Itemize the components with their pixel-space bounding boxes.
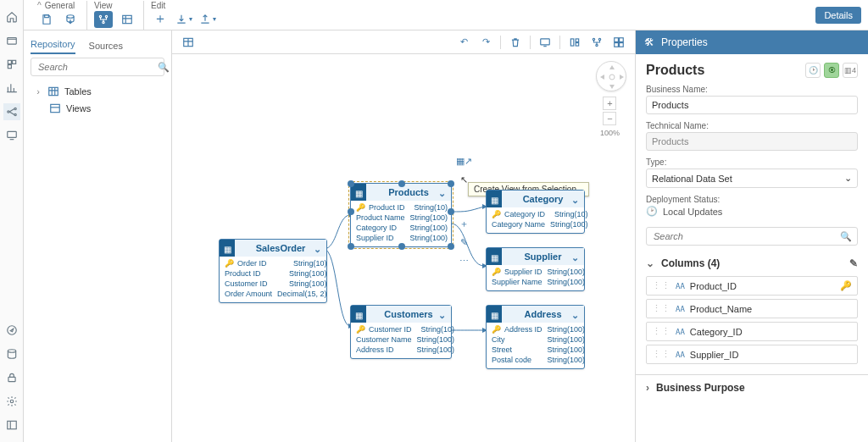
table-icon: ▦: [220, 240, 235, 257]
svg-rect-0: [7, 38, 16, 45]
chevron-down-icon[interactable]: ⌄: [571, 310, 579, 321]
drag-handle-icon[interactable]: ⋮⋮: [652, 303, 670, 314]
tab-repository[interactable]: Repository: [31, 39, 75, 54]
chevron-down-icon[interactable]: ⌄: [571, 252, 579, 263]
table-view-icon[interactable]: [118, 11, 136, 28]
drag-handle-icon[interactable]: ⋮⋮: [652, 326, 670, 337]
table-icon: ▦: [487, 191, 502, 207]
redo-icon[interactable]: ↷: [476, 34, 495, 51]
svg-rect-12: [7, 421, 16, 428]
toggle-grid-icon[interactable]: [179, 34, 198, 51]
field-label: Deployment Status:: [646, 195, 858, 204]
db-icon[interactable]: [3, 345, 20, 362]
more-icon[interactable]: ⋯: [457, 254, 470, 268]
node-salesorder[interactable]: ▦SalesOrder⌄ 🔑Order IDString(10) Product…: [219, 239, 327, 303]
preview-icon[interactable]: [536, 34, 554, 51]
zoom-in-icon[interactable]: +: [603, 97, 616, 110]
undo-icon[interactable]: ↶: [454, 34, 473, 51]
layout2-icon[interactable]: [587, 34, 606, 51]
clock-icon[interactable]: 🕑: [805, 63, 821, 78]
status-badge[interactable]: ⦿: [824, 63, 839, 78]
home-icon[interactable]: [3, 8, 20, 25]
tree-tables[interactable]: › Tables: [31, 83, 164, 100]
chevron-down-icon[interactable]: ⌄: [438, 188, 446, 199]
chevron-right-icon: ›: [34, 86, 42, 97]
svg-point-26: [593, 38, 594, 40]
svg-point-9: [8, 350, 15, 353]
delete-icon[interactable]: [506, 34, 525, 51]
ribbon-group-label: General: [45, 1, 75, 10]
node-address[interactable]: ▦Address⌄ 🔑Address IDString(100) CityStr…: [486, 305, 585, 369]
chevron-down-icon[interactable]: ⌄: [571, 195, 579, 206]
er-view-icon[interactable]: [94, 11, 113, 28]
view-icon: [49, 102, 61, 114]
svg-rect-20: [51, 104, 60, 112]
details-button[interactable]: Details: [815, 7, 861, 24]
node-title: Products: [388, 187, 429, 197]
node-supplier[interactable]: ▦Supplier⌄ 🔑Supplier IDString(100) Suppl…: [486, 247, 585, 291]
edit-icon[interactable]: ✎: [457, 235, 470, 249]
svg-rect-7: [7, 131, 16, 137]
columns-section-header[interactable]: ⌄ Columns (4) ✎: [636, 251, 868, 276]
repo-search[interactable]: 🔍: [31, 58, 164, 76]
business-name-input[interactable]: [646, 96, 858, 114]
svg-rect-30: [620, 37, 624, 41]
svg-point-6: [14, 113, 15, 115]
chevron-down-icon[interactable]: ⌄: [438, 310, 446, 321]
node-category[interactable]: ▦Category⌄ 🔑Category IDString(10) Catego…: [486, 190, 585, 234]
table-icon: ▦: [351, 306, 366, 323]
properties-header: 🛠 Properties: [636, 30, 868, 54]
business-purpose-section-header[interactable]: › Business Purpose: [636, 374, 868, 401]
chevron-down-icon[interactable]: ⌄: [314, 244, 321, 255]
pan-control[interactable]: [596, 61, 626, 91]
node-title: SalesOrder: [256, 243, 306, 253]
drag-handle-icon[interactable]: ⋮⋮: [652, 349, 670, 360]
canvas-viewport[interactable]: + − 100% ▦SalesOrder⌄ 🔑Order IDString(10…: [172, 54, 635, 442]
deploy-icon[interactable]: [61, 11, 80, 28]
svg-rect-13: [45, 14, 49, 17]
column-item[interactable]: ⋮⋮AAProduct_Name: [646, 299, 858, 318]
column-item[interactable]: ⋮⋮AAProduct_ID🔑: [646, 276, 858, 296]
tree-views[interactable]: Views: [31, 100, 164, 117]
layout1-icon[interactable]: [565, 34, 584, 51]
zoom-out-icon[interactable]: −: [603, 112, 616, 125]
type-select[interactable]: Relational Data Set⌄: [646, 169, 858, 188]
svg-rect-2: [12, 60, 15, 64]
screen-icon[interactable]: [3, 127, 20, 144]
svg-marker-34: [609, 85, 615, 89]
tab-sources[interactable]: Sources: [89, 41, 123, 54]
search-icon: 🔍: [840, 231, 852, 242]
column-item[interactable]: ⋮⋮AACategory_ID: [646, 322, 858, 341]
gear-icon[interactable]: [3, 393, 20, 410]
layout3-icon[interactable]: [609, 34, 628, 51]
model-icon[interactable]: [3, 103, 20, 120]
repo-search-input[interactable]: [36, 61, 158, 73]
add-relation-icon[interactable]: ＋: [457, 217, 470, 230]
svg-marker-33: [609, 65, 615, 69]
lock-icon[interactable]: [3, 369, 20, 386]
field-label: Type:: [646, 157, 858, 167]
drag-handle-icon[interactable]: ⋮⋮: [652, 280, 670, 291]
cards-icon[interactable]: [3, 56, 20, 73]
node-products[interactable]: ▦Products⌄ 🔑Product IDString(10) Product…: [350, 183, 452, 247]
node-context-tools-2: ＋ ✎ ⋯: [457, 217, 470, 268]
create-view-icon[interactable]: ▦↗: [457, 154, 470, 168]
chevron-right-icon: ›: [646, 382, 649, 394]
column-item[interactable]: ⋮⋮AASupplier_ID: [646, 345, 858, 364]
node-customers[interactable]: ▦Customers⌄ 🔑Customer IDString(10) Custo…: [350, 305, 452, 359]
add-icon[interactable]: ＋: [151, 11, 170, 28]
ribbon-group-view: View: [87, 1, 144, 30]
chevron-down-icon: ⌄: [646, 257, 654, 269]
import-icon[interactable]: ▾: [175, 11, 193, 28]
compass-icon[interactable]: [3, 322, 20, 339]
export-icon[interactable]: ▾: [198, 11, 217, 28]
save-icon[interactable]: [37, 11, 56, 28]
collapse-icon[interactable]: [3, 417, 20, 434]
folder-icon[interactable]: [3, 32, 20, 49]
edit-columns-icon[interactable]: ✎: [849, 257, 858, 269]
props-search[interactable]: 🔍: [646, 227, 858, 246]
svg-rect-32: [620, 42, 624, 47]
props-search-input[interactable]: [652, 230, 840, 242]
columns-count-badge[interactable]: ▥ 4: [843, 63, 858, 78]
chart-icon[interactable]: [3, 80, 20, 97]
